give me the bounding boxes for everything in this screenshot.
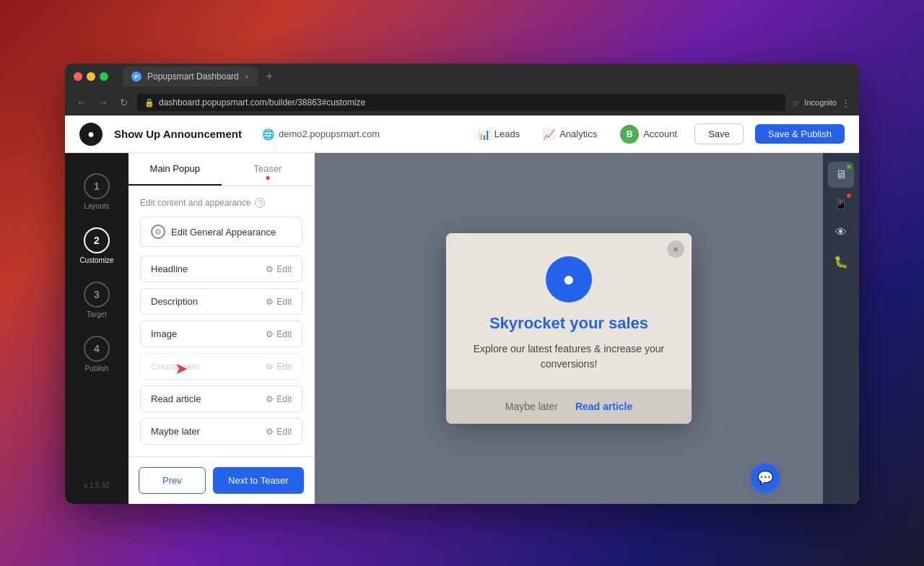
- main-area: 1 Layouts 2 Customize 3 Target 4 Publish…: [65, 153, 859, 504]
- tab-title: Popupsmart Dashboard: [147, 71, 239, 82]
- desktop-icon: 🖥: [835, 168, 847, 181]
- save-button[interactable]: Save: [694, 123, 744, 144]
- menu-icon[interactable]: ⋮: [841, 97, 850, 108]
- panel-content: Edit content and appearance ? ⚙ Edit Gen…: [128, 186, 314, 456]
- forward-btn[interactable]: →: [95, 95, 111, 110]
- read-article-edit-btn[interactable]: ⚙ Edit: [266, 394, 292, 404]
- help-icon[interactable]: ?: [255, 198, 265, 208]
- headline-label: Headline: [151, 264, 188, 274]
- countdown-row[interactable]: Countdown ⚙ Edit: [140, 353, 302, 380]
- popup-preview: × ● Skyrocket your sales Explore our lat…: [446, 233, 692, 424]
- eye-icon: 👁: [835, 226, 847, 239]
- desktop-dot: [847, 165, 851, 169]
- maybe-later-edit-btn[interactable]: ⚙ Edit: [266, 427, 292, 437]
- maybe-later-row[interactable]: Maybe later ⚙ Edit: [140, 418, 302, 445]
- desc-edit-gear-icon: ⚙: [266, 297, 274, 307]
- step-4-circle: 4: [84, 336, 110, 362]
- leads-nav-link[interactable]: 📊 Leads: [472, 126, 526, 143]
- bug-icon: 🐛: [834, 255, 848, 269]
- step-target[interactable]: 3 Target: [78, 276, 116, 324]
- step-3-circle: 3: [84, 282, 110, 308]
- traffic-lights: [74, 72, 108, 81]
- read-edit-gear-icon: ⚙: [266, 394, 274, 404]
- popup-body: ● Skyrocket your sales Explore our lates…: [446, 233, 692, 372]
- next-to-teaser-button[interactable]: Next to Teaser: [213, 467, 304, 494]
- desktop-device-btn[interactable]: 🖥: [828, 162, 854, 188]
- prev-button[interactable]: Prev: [139, 467, 206, 494]
- url-text: dashboard.popupsmart.com/builder/38863#c…: [159, 97, 365, 108]
- tab-close-btn[interactable]: ×: [245, 72, 249, 81]
- device-panel: 🖥 📱 👁 🐛: [823, 153, 859, 504]
- address-bar[interactable]: 🔒 dashboard.popupsmart.com/builder/38863…: [137, 94, 785, 111]
- edit-gear-icon: ⚙: [266, 264, 274, 274]
- popup-close-btn[interactable]: ×: [667, 240, 684, 258]
- preview-area: × ● Skyrocket your sales Explore our lat…: [315, 153, 823, 504]
- headline-edit-btn[interactable]: ⚙ Edit: [266, 264, 292, 274]
- maximize-traffic-light[interactable]: [100, 72, 108, 81]
- headline-row[interactable]: Headline ⚙ Edit: [140, 256, 302, 282]
- countdown-edit-gear-icon: ⚙: [266, 362, 274, 372]
- read-article-row[interactable]: Read article ⚙ Edit: [140, 386, 302, 412]
- step-2-label: Customize: [79, 256, 113, 264]
- preview-btn[interactable]: 👁: [828, 219, 854, 245]
- popup-title: Skyrocket your sales: [466, 314, 671, 333]
- close-traffic-light[interactable]: [74, 72, 82, 81]
- image-row[interactable]: Image ⚙ Edit: [140, 321, 302, 347]
- customization-panel: Main Popup Teaser Edit content and appea…: [128, 153, 315, 504]
- maybe-later-label: Maybe later: [151, 426, 200, 437]
- popup-primary-btn[interactable]: Read article: [575, 401, 632, 412]
- analytics-icon: 📈: [543, 129, 555, 140]
- step-layouts[interactable]: 1 Layouts: [78, 167, 116, 216]
- browser-tab[interactable]: P Popupsmart Dashboard ×: [123, 66, 258, 87]
- panel-tabs: Main Popup Teaser: [128, 153, 314, 186]
- chat-button[interactable]: 💬: [751, 463, 780, 492]
- account-nav-link[interactable]: B Account: [614, 122, 683, 147]
- step-3-label: Target: [87, 310, 107, 318]
- edit-general-appearance-btn[interactable]: ⚙ Edit General Appearance: [140, 217, 302, 247]
- reload-btn[interactable]: ↻: [117, 95, 131, 110]
- analytics-nav-link[interactable]: 📈 Analytics: [537, 126, 603, 143]
- tab-bar: P Popupsmart Dashboard × +: [123, 66, 850, 87]
- steps-sidebar: 1 Layouts 2 Customize 3 Target 4 Publish…: [65, 153, 128, 504]
- app-content: ● Show Up Announcement 🌐 demo2.popupsmar…: [65, 116, 859, 504]
- step-2-circle: 2: [84, 227, 110, 253]
- analytics-label: Analytics: [559, 129, 597, 139]
- minimize-traffic-light[interactable]: [87, 72, 95, 81]
- step-1-circle: 1: [84, 173, 110, 199]
- back-btn[interactable]: ←: [74, 95, 90, 110]
- debug-btn[interactable]: 🐛: [828, 248, 854, 274]
- chat-icon: 💬: [757, 470, 773, 486]
- nav-domain: 🌐 demo2.popupsmart.com: [262, 129, 380, 140]
- description-row[interactable]: Description ⚙ Edit: [140, 288, 302, 315]
- version-label: v 1.5.92: [84, 482, 110, 489]
- save-publish-button[interactable]: Save & Publish: [755, 124, 845, 144]
- lock-icon: 🔒: [144, 98, 154, 108]
- step-publish[interactable]: 4 Publish: [78, 330, 116, 378]
- description-edit-btn[interactable]: ⚙ Edit: [266, 297, 292, 307]
- popup-secondary-btn[interactable]: Maybe later: [505, 401, 558, 412]
- tab-teaser[interactable]: Teaser: [222, 153, 315, 186]
- panel-footer: Prev Next to Teaser: [128, 456, 314, 504]
- description-label: Description: [151, 296, 198, 307]
- step-4-label: Publish: [85, 365, 109, 373]
- new-tab-btn[interactable]: +: [261, 68, 278, 85]
- customize-arrow: ➤: [175, 360, 188, 378]
- mobile-dot: [847, 193, 851, 198]
- account-label: Account: [643, 129, 677, 139]
- image-edit-btn[interactable]: ⚙ Edit: [266, 329, 292, 339]
- domain-text: demo2.popupsmart.com: [279, 129, 380, 139]
- tab-main-popup[interactable]: Main Popup: [128, 153, 222, 186]
- mobile-device-btn[interactable]: 📱: [828, 191, 854, 217]
- mobile-icon: 📱: [834, 197, 848, 211]
- app-logo: ●: [79, 123, 103, 146]
- step-customize[interactable]: 2 Customize: [74, 222, 119, 270]
- read-article-label: Read article: [151, 393, 201, 404]
- countdown-edit-btn[interactable]: ⚙ Edit: [266, 362, 292, 372]
- profile-icon[interactable]: Incognito: [804, 98, 837, 107]
- browser-titlebar: P Popupsmart Dashboard × +: [65, 64, 859, 90]
- tab-favicon: P: [131, 71, 141, 82]
- gear-icon: ⚙: [151, 225, 165, 239]
- bookmark-icon[interactable]: ☆: [791, 97, 800, 108]
- top-nav: ● Show Up Announcement 🌐 demo2.popupsmar…: [65, 116, 859, 153]
- image-label: Image: [151, 328, 177, 339]
